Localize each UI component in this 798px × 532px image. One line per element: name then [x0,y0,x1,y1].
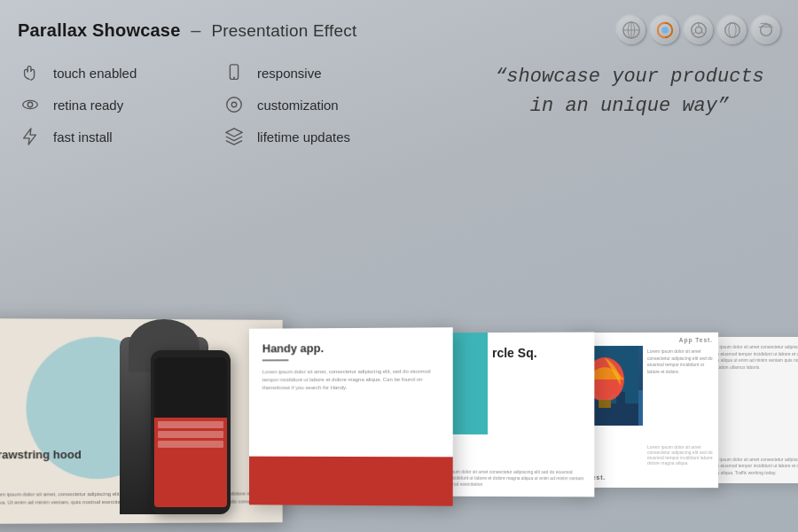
feature-touch-label: touch enabled [53,66,137,81]
features-col-1: touch enabled retina ready fast insta [18,60,213,149]
feature-responsive: responsive [222,60,417,85]
svg-point-12 [729,23,736,38]
feature-touch: touch enabled [18,60,213,85]
svg-point-5 [661,27,668,33]
feature-retina: retina ready [18,92,213,117]
svg-rect-28 [598,400,611,408]
slide-main-title: drawstring hood [0,448,82,461]
quote-text: “showcase your products in an unique way… [488,62,771,121]
features-section: touch enabled retina ready fast insta [0,53,798,149]
svg-point-7 [695,27,701,33]
svg-point-16 [27,102,33,107]
slide-app-divider [262,359,289,361]
page: Parallax Showcase – Presentation Effect [0,0,798,532]
phone-list-item [158,441,223,448]
feature-custom-label: customization [257,98,339,113]
circle-dot-icon [222,92,246,117]
layers-icon [222,124,246,149]
feature-responsive-label: responsive [257,66,322,81]
firefox-icon [651,16,679,44]
chrome-icon [685,16,713,44]
title-subtitle: Presentation Effect [211,21,356,40]
header-title: Parallax Showcase – Presentation Effect [18,20,356,41]
feature-install: fast install [18,124,213,149]
quote-section: “showcase your products in an unique way… [488,62,771,121]
features-col-2: responsive customization [222,60,417,149]
phone-screen [154,357,227,507]
svg-point-20 [231,102,237,107]
slide-app: Handy app. Lorem ipsum dolor sit amet, c… [249,327,453,506]
svg-point-13 [761,25,772,36]
touch-icon [18,60,43,85]
browser-icons [617,16,780,44]
slide-app-body: Lorem ipsum dolor sit amet, consectetur … [249,368,453,393]
svg-line-10 [692,32,696,34]
showcase-area: drawstring hood Lorem ipsum dolor sit am… [0,248,798,532]
feature-updates: lifetime updates [222,124,417,149]
bolt-icon [18,124,43,149]
feature-custom: customization [222,92,417,117]
phone-list-item [158,421,223,428]
feature-install-label: fast install [53,129,113,145]
svg-point-11 [725,23,740,38]
safari-icon [617,16,645,44]
slide-balloon-text: Lorem ipsum dolor sit amet consectetur a… [647,348,714,375]
title-separator: – [191,20,206,40]
phone-icon [222,60,246,85]
ie-icon [752,16,780,44]
slide-last-text-bottom: Lorem ipsum dolor sit amet consectetur a… [706,457,798,477]
header: Parallax Showcase – Presentation Effect [0,0,798,53]
slide-app-title: Handy app. [249,327,453,359]
svg-line-9 [701,32,705,34]
slide-app-red-block [249,457,453,506]
opera-icon [718,16,747,44]
slide-circle-title: rcle Sq. [492,346,537,360]
slide-balloon-body: Lorem ipsum dolor sit amet consectetur a… [647,444,714,466]
phone-screen-top [154,357,227,418]
svg-rect-26 [616,392,625,426]
feature-retina-label: retina ready [53,98,123,113]
phone-list [154,418,227,454]
feature-updates-label: lifetime updates [257,129,350,145]
slide-circle-text: Lorem ipsum dolor sit amet consectetur a… [434,469,585,489]
eye-icon [18,92,43,117]
phone-mockup [151,350,231,514]
svg-point-19 [227,98,242,113]
title-main: Parallax Showcase [18,20,181,40]
phone-list-item [158,431,223,438]
